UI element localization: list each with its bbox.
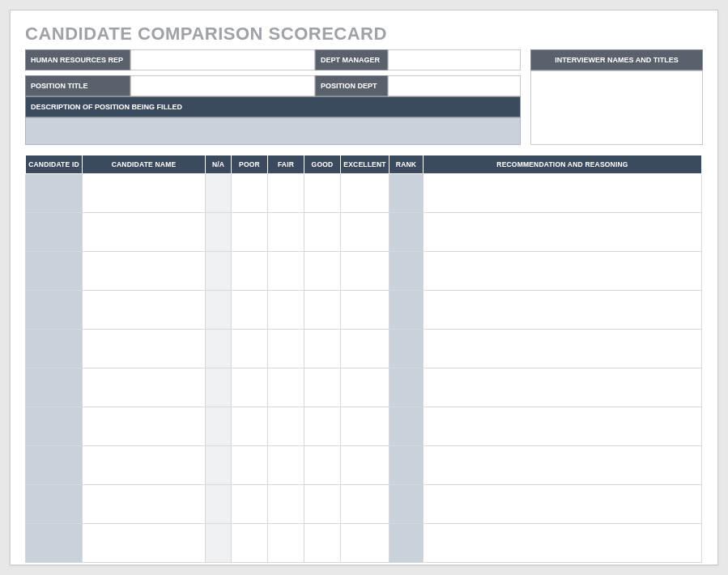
cell-rank[interactable] — [390, 174, 424, 213]
cell-good[interactable] — [304, 485, 341, 524]
cell-fair[interactable] — [268, 174, 304, 213]
cell-recommendation[interactable] — [424, 407, 702, 446]
cell-recommendation[interactable] — [424, 174, 702, 213]
cell-poor[interactable] — [232, 252, 268, 291]
position-dept-input[interactable] — [388, 75, 521, 96]
cell-fair[interactable] — [268, 368, 304, 407]
cell-good[interactable] — [304, 291, 341, 330]
cell-candidate-id[interactable] — [26, 252, 83, 291]
cell-fair[interactable] — [268, 252, 304, 291]
cell-excellent[interactable] — [341, 368, 390, 407]
cell-recommendation[interactable] — [424, 368, 702, 407]
cell-candidate-name[interactable] — [83, 291, 206, 330]
cell-candidate-name[interactable] — [83, 407, 206, 446]
cell-excellent[interactable] — [341, 485, 390, 524]
cell-candidate-id[interactable] — [26, 291, 83, 330]
cell-na[interactable] — [206, 291, 232, 330]
cell-excellent[interactable] — [341, 524, 390, 563]
cell-recommendation[interactable] — [424, 213, 702, 252]
cell-rank[interactable] — [390, 291, 424, 330]
cell-excellent[interactable] — [341, 252, 390, 291]
cell-rank[interactable] — [390, 252, 424, 291]
cell-excellent[interactable] — [341, 330, 390, 368]
cell-recommendation[interactable] — [424, 291, 702, 330]
cell-candidate-id[interactable] — [26, 524, 83, 563]
cell-poor[interactable] — [232, 213, 268, 252]
cell-candidate-id[interactable] — [26, 213, 83, 252]
cell-candidate-name[interactable] — [83, 174, 206, 213]
cell-excellent[interactable] — [341, 407, 390, 446]
cell-poor[interactable] — [232, 446, 268, 485]
cell-na[interactable] — [206, 174, 232, 213]
cell-na[interactable] — [206, 407, 232, 446]
cell-good[interactable] — [304, 174, 341, 213]
cell-good[interactable] — [304, 252, 341, 291]
cell-candidate-id[interactable] — [26, 368, 83, 407]
cell-poor[interactable] — [232, 485, 268, 524]
cell-na[interactable] — [206, 330, 232, 368]
cell-fair[interactable] — [268, 407, 304, 446]
table-row — [26, 174, 702, 213]
cell-candidate-name[interactable] — [83, 252, 206, 291]
cell-fair[interactable] — [268, 213, 304, 252]
cell-rank[interactable] — [390, 524, 424, 563]
cell-good[interactable] — [304, 446, 341, 485]
description-input[interactable] — [25, 117, 521, 145]
cell-fair[interactable] — [268, 330, 304, 368]
cell-recommendation[interactable] — [424, 446, 702, 485]
cell-good[interactable] — [304, 407, 341, 446]
cell-poor[interactable] — [232, 174, 268, 213]
cell-fair[interactable] — [268, 485, 304, 524]
cell-candidate-name[interactable] — [83, 485, 206, 524]
cell-good[interactable] — [304, 213, 341, 252]
cell-recommendation[interactable] — [424, 330, 702, 368]
cell-na[interactable] — [206, 524, 232, 563]
cell-na[interactable] — [206, 213, 232, 252]
cell-fair[interactable] — [268, 524, 304, 563]
cell-candidate-id[interactable] — [26, 407, 83, 446]
header-recommendation: RECOMMENDATION AND REASONING — [424, 155, 702, 174]
cell-good[interactable] — [304, 524, 341, 563]
cell-candidate-id[interactable] — [26, 485, 83, 524]
cell-poor[interactable] — [232, 524, 268, 563]
position-title-input[interactable] — [130, 75, 315, 96]
cell-rank[interactable] — [390, 407, 424, 446]
cell-na[interactable] — [206, 485, 232, 524]
cell-poor[interactable] — [232, 291, 268, 330]
cell-rank[interactable] — [390, 368, 424, 407]
cell-poor[interactable] — [232, 407, 268, 446]
cell-candidate-id[interactable] — [26, 446, 83, 485]
hr-rep-input[interactable] — [130, 49, 315, 70]
cell-candidate-name[interactable] — [83, 330, 206, 368]
cell-na[interactable] — [206, 446, 232, 485]
cell-good[interactable] — [304, 368, 341, 407]
cell-rank[interactable] — [390, 446, 424, 485]
cell-excellent[interactable] — [341, 213, 390, 252]
cell-rank[interactable] — [390, 213, 424, 252]
cell-recommendation[interactable] — [424, 252, 702, 291]
cell-recommendation[interactable] — [424, 524, 702, 563]
cell-candidate-id[interactable] — [26, 330, 83, 368]
cell-candidate-name[interactable] — [83, 368, 206, 407]
cell-excellent[interactable] — [341, 446, 390, 485]
cell-excellent[interactable] — [341, 174, 390, 213]
description-label: DESCRIPTION OF POSITION BEING FILLED — [25, 96, 521, 117]
cell-excellent[interactable] — [341, 291, 390, 330]
interviewer-input[interactable] — [530, 70, 703, 145]
cell-candidate-name[interactable] — [83, 213, 206, 252]
cell-na[interactable] — [206, 368, 232, 407]
cell-candidate-id[interactable] — [26, 174, 83, 213]
cell-rank[interactable] — [390, 330, 424, 368]
cell-na[interactable] — [206, 252, 232, 291]
cell-candidate-name[interactable] — [83, 524, 206, 563]
cell-recommendation[interactable] — [424, 485, 702, 524]
dept-manager-label: DEPT MANAGER — [315, 49, 388, 70]
cell-poor[interactable] — [232, 330, 268, 368]
cell-candidate-name[interactable] — [83, 446, 206, 485]
cell-rank[interactable] — [390, 485, 424, 524]
cell-fair[interactable] — [268, 446, 304, 485]
dept-manager-input[interactable] — [388, 49, 521, 70]
cell-good[interactable] — [304, 330, 341, 368]
cell-poor[interactable] — [232, 368, 268, 407]
cell-fair[interactable] — [268, 291, 304, 330]
